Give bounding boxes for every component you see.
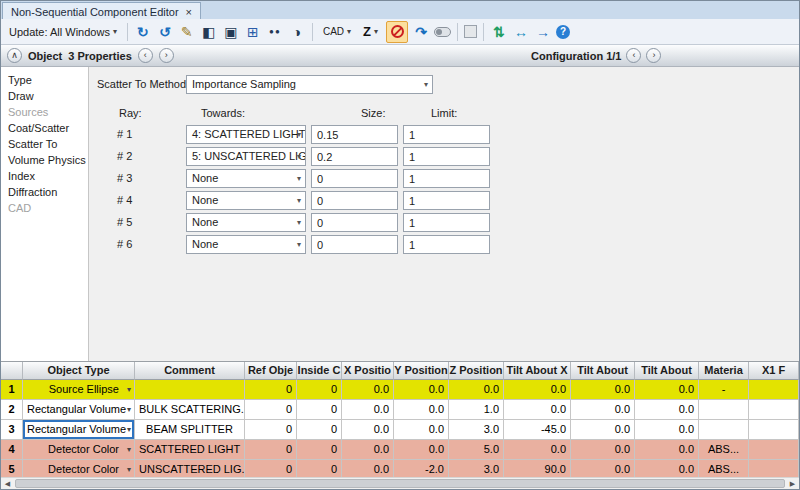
toggle-icon[interactable] [434,27,451,37]
next-object-button[interactable]: › [159,48,174,63]
x1-cell[interactable] [749,440,799,460]
ref-object-cell[interactable]: 0 [245,380,297,400]
object-type-dropdown[interactable]: Source Ellipse ▾ [23,380,135,400]
cad-dropdown[interactable]: CAD ▾ [319,24,355,39]
x-position-cell[interactable]: 0.0 [342,440,394,460]
tilt-z-cell[interactable]: 0.0 [635,380,699,400]
solid-model-icon[interactable]: ▣ [222,23,240,41]
scroll-left-icon[interactable]: ◀ [1,478,14,489]
grid-view-icon[interactable]: ⊞ [244,23,262,41]
tilt-z-cell[interactable]: 0.0 [635,400,699,420]
ref-object-cell[interactable]: 0 [245,460,297,477]
tilt-x-cell[interactable]: 0.0 [504,400,571,420]
blank-box-icon[interactable] [464,25,477,38]
tilt-x-cell[interactable]: -45.0 [504,420,571,440]
collapse-button[interactable]: ∧ [7,48,22,63]
tilt-x-cell[interactable]: 90.0 [504,460,571,477]
material-cell[interactable]: - [699,380,749,400]
size-input[interactable] [311,213,398,232]
x1-cell[interactable] [749,380,799,400]
z-position-cell[interactable]: 3.0 [449,460,504,477]
detector-viewer-icon[interactable]: ●● [266,23,284,41]
x1-cell[interactable] [749,400,799,420]
limit-input[interactable] [403,213,490,232]
limit-input[interactable] [403,147,490,166]
y-position-cell[interactable]: 0.0 [394,380,449,400]
size-input[interactable] [311,125,398,144]
comment-cell[interactable]: BEAM SPLITTER [135,420,245,440]
sidebar-item-scatter-to[interactable]: Scatter To [1,136,88,152]
row-number[interactable]: 4 [1,440,23,460]
y-position-cell[interactable]: -2.0 [394,460,449,477]
comment-cell[interactable]: BULK SCATTERING... [135,400,245,420]
object-type-dropdown[interactable]: Detector Color ▾ [23,460,135,477]
towards-select[interactable]: None ▾ [186,213,306,232]
next-config-button[interactable]: › [646,48,661,63]
row-number[interactable]: 5 [1,460,23,477]
refresh-all-icon[interactable]: ↺ [156,23,174,41]
size-input[interactable] [311,191,398,210]
update-dropdown[interactable]: Update: All Windows ▾ [5,24,121,40]
sidebar-item-volume-physics[interactable]: Volume Physics [1,152,88,168]
limit-input[interactable] [403,169,490,188]
inside-of-cell[interactable]: 0 [297,380,342,400]
material-cell[interactable] [699,400,749,420]
comment-cell[interactable]: SCATTERED LIGHT [135,440,245,460]
towards-select[interactable]: None ▾ [186,191,306,210]
comment-cell[interactable]: UNSCATTERED LIG... [135,460,245,477]
horizontal-scrollbar[interactable]: ◀ ▶ [1,477,799,489]
tilt-z-cell[interactable]: 0.0 [635,420,699,440]
size-input[interactable] [311,169,398,188]
refresh-icon[interactable]: ↻ [134,23,152,41]
z-position-cell[interactable]: 3.0 [449,420,504,440]
curve-arrow-icon[interactable]: ↷ [412,23,430,41]
towards-select[interactable]: None ▾ [186,235,306,254]
x1-cell[interactable] [749,460,799,477]
tilt-y-cell[interactable]: 0.0 [571,420,635,440]
inside-of-cell[interactable]: 0 [297,400,342,420]
z-position-cell[interactable]: 0.0 [449,380,504,400]
ref-object-cell[interactable]: 0 [245,400,297,420]
sidebar-item-type[interactable]: Type [1,72,88,88]
tilt-y-cell[interactable]: 0.0 [571,440,635,460]
inside-of-cell[interactable]: 0 [297,460,342,477]
left-right-arrow-icon[interactable]: ↔ [512,23,530,41]
right-arrow-icon[interactable]: → [534,23,552,41]
sort-arrows-icon[interactable]: ⇅ [490,23,508,41]
shaded-model-icon[interactable]: ◧ [200,23,218,41]
ref-object-cell[interactable]: 0 [245,440,297,460]
x1-cell[interactable] [749,420,799,440]
close-icon[interactable]: × [186,6,192,18]
limit-input[interactable] [403,191,490,210]
tilt-y-cell[interactable]: 0.0 [571,400,635,420]
z-position-cell[interactable]: 5.0 [449,440,504,460]
material-cell[interactable]: ABS... [699,440,749,460]
tilt-z-cell[interactable]: 0.0 [635,440,699,460]
sidebar-item-draw[interactable]: Draw [1,88,88,104]
size-input[interactable] [311,235,398,254]
towards-select[interactable]: 4: SCATTERED LIGHT ▾ [186,125,306,144]
tilt-x-cell[interactable]: 0.0 [504,380,571,400]
tab-nsc-editor[interactable]: Non-Sequential Component Editor × [2,2,201,19]
row-number[interactable]: 2 [1,400,23,420]
sidebar-item-index[interactable]: Index [1,168,88,184]
y-position-cell[interactable]: 0.0 [394,420,449,440]
edit-pencil-icon[interactable]: ✎ [178,23,196,41]
row-number[interactable]: 1 [1,380,23,400]
scatter-method-select[interactable]: Importance Sampling ▾ [186,75,433,94]
prev-config-button[interactable]: ‹ [626,48,641,63]
x-position-cell[interactable]: 0.0 [342,460,394,477]
tilt-x-cell[interactable]: 0.0 [504,440,571,460]
no-entry-toggle[interactable] [386,21,408,43]
x-position-cell[interactable]: 0.0 [342,380,394,400]
scrollbar-thumb[interactable] [15,479,785,488]
object-type-dropdown[interactable]: Detector Color ▾ [23,440,135,460]
ref-object-cell[interactable]: 0 [245,420,297,440]
x-position-cell[interactable]: 0.0 [342,420,394,440]
material-cell[interactable] [699,420,749,440]
z-position-cell[interactable]: 1.0 [449,400,504,420]
limit-input[interactable] [403,235,490,254]
y-position-cell[interactable]: 0.0 [394,440,449,460]
object-type-dropdown[interactable]: Rectangular Volume ▾ [23,400,135,420]
inside-of-cell[interactable]: 0 [297,420,342,440]
